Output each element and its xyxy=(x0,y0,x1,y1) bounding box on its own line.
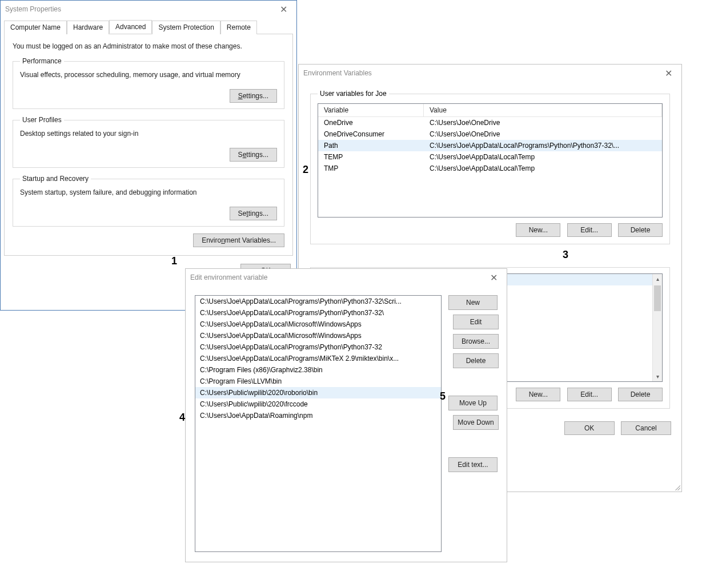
path-entry[interactable]: C:\Users\Joe\AppData\Local\Programs\MiKT… xyxy=(195,353,441,364)
user-edit-button[interactable]: Edit... xyxy=(567,223,612,237)
scroll-down-icon[interactable]: ▾ xyxy=(653,372,662,381)
editenv-moveup-button[interactable]: Move Up xyxy=(448,396,498,410)
user-var-value: C:\Users\Joe\OneDrive xyxy=(424,128,662,140)
user-var-value: C:\Users\Joe\AppData\Local\Temp xyxy=(424,151,662,163)
path-entry[interactable]: C:\Users\Joe\AppData\Roaming\npm xyxy=(195,410,441,421)
scroll-up-icon[interactable]: ▴ xyxy=(653,274,662,284)
user-delete-button[interactable]: Delete xyxy=(618,223,663,237)
user-profiles-settings-button[interactable]: Settings... xyxy=(230,148,277,162)
performance-group: Performance Visual effects, processor sc… xyxy=(13,57,284,109)
user-var-value: C:\Users\Joe\AppData\Local\Programs\Pyth… xyxy=(424,140,662,151)
user-vars-legend: User variables for Joe xyxy=(318,90,389,98)
user-var-name: OneDriveConsumer xyxy=(318,128,424,140)
user-profiles-group: User Profiles Desktop settings related t… xyxy=(13,116,284,168)
user-var-row[interactable]: TEMPC:\Users\Joe\AppData\Local\Temp xyxy=(318,151,662,163)
system-edit-button[interactable]: Edit... xyxy=(567,388,612,401)
annotation-2: 2 xyxy=(303,164,308,176)
user-var-name: TEMP xyxy=(318,151,424,163)
header-value[interactable]: Value xyxy=(424,104,662,117)
performance-settings-label: ettings... xyxy=(243,92,268,100)
envvars-ok-button[interactable]: OK xyxy=(564,421,615,435)
system-delete-button[interactable]: Delete xyxy=(618,388,663,401)
tab-computer-name[interactable]: Computer Name xyxy=(4,21,67,34)
path-list[interactable]: C:\Users\Joe\AppData\Local\Programs\Pyth… xyxy=(195,295,442,552)
path-entry[interactable]: C:\Users\Public\wpilib\2020\roborio\bin xyxy=(195,387,441,398)
startup-recovery-desc: System startup, system failure, and debu… xyxy=(20,188,277,196)
sysprops-titlebar: System Properties ✕ xyxy=(1,1,296,18)
editenv-titlebar: Edit environment variable ✕ xyxy=(186,269,507,286)
envvars-cancel-button[interactable]: Cancel xyxy=(621,421,671,435)
user-var-name: Path xyxy=(318,140,424,151)
scroll-thumb[interactable] xyxy=(654,285,661,311)
system-vars-scrollbar[interactable]: ▴ ▾ xyxy=(652,274,662,381)
sysprops-tabs: Computer Name Hardware Advanced System P… xyxy=(4,20,293,34)
annotation-4: 4 xyxy=(179,412,185,424)
user-var-row[interactable]: OneDriveConsumerC:\Users\Joe\OneDrive xyxy=(318,128,662,140)
path-entry[interactable]: C:\Users\Public\wpilib\2020\frccode xyxy=(195,398,441,410)
editenv-edittext-button[interactable]: Edit text... xyxy=(448,457,498,472)
startup-recovery-group: Startup and Recovery System startup, sys… xyxy=(13,175,284,227)
annotation-5: 5 xyxy=(440,390,446,402)
user-vars-header: Variable Value xyxy=(318,104,662,117)
editenv-title: Edit environment variable xyxy=(190,273,267,281)
user-var-value: C:\Users\Joe\OneDrive xyxy=(424,117,662,128)
performance-legend: Performance xyxy=(20,57,64,65)
path-entry[interactable]: C:\Users\Joe\AppData\Local\Microsoft\Win… xyxy=(195,319,441,330)
envvars-titlebar: Environment Variables ✕ xyxy=(299,65,681,82)
startup-recovery-legend: Startup and Recovery xyxy=(20,175,91,183)
sysprops-title: System Properties xyxy=(5,5,61,13)
user-vars-table[interactable]: Variable Value OneDriveC:\Users\Joe\OneD… xyxy=(318,103,663,218)
close-icon[interactable]: ✕ xyxy=(660,67,677,80)
path-entry[interactable]: C:\Users\Joe\AppData\Local\Programs\Pyth… xyxy=(195,296,441,307)
user-vars-rows: OneDriveC:\Users\Joe\OneDriveOneDriveCon… xyxy=(318,117,662,174)
close-icon[interactable]: ✕ xyxy=(275,3,292,16)
user-vars-group: User variables for Joe Variable Value On… xyxy=(310,90,670,244)
system-new-button[interactable]: New... xyxy=(516,388,560,401)
system-properties-window: System Properties ✕ Computer Name Hardwa… xyxy=(0,0,297,311)
user-var-name: OneDrive xyxy=(318,117,424,128)
tab-hardware[interactable]: Hardware xyxy=(67,21,109,34)
envvars-title: Environment Variables xyxy=(303,69,372,77)
user-new-button[interactable]: New... xyxy=(516,223,560,237)
user-var-name: TMP xyxy=(318,163,424,174)
user-vars-buttons: New... Edit... Delete xyxy=(318,223,663,237)
sysprops-intro: You must be logged on as an Administrato… xyxy=(13,42,284,50)
editenv-edit-button[interactable]: Edit xyxy=(453,315,499,329)
editenv-delete-button[interactable]: Delete xyxy=(453,353,499,368)
editenv-new-button[interactable]: New xyxy=(448,295,498,310)
performance-desc: Visual effects, processor scheduling, me… xyxy=(20,71,277,79)
tab-system-protection[interactable]: System Protection xyxy=(152,21,220,34)
performance-settings-button[interactable]: Settings... xyxy=(230,89,277,103)
path-entry[interactable]: C:\Program Files (x86)\Graphviz2.38\bin xyxy=(195,364,441,376)
path-entry[interactable]: C:\Users\Joe\AppData\Local\Programs\Pyth… xyxy=(195,341,441,353)
editenv-buttons: New Edit Browse... Delete Move Up Move D… xyxy=(448,295,498,552)
close-icon[interactable]: ✕ xyxy=(486,271,502,284)
path-entry[interactable]: C:\Users\Joe\AppData\Local\Programs\Pyth… xyxy=(195,307,441,319)
user-profiles-desc: Desktop settings related to your sign-in xyxy=(20,130,277,138)
tab-advanced[interactable]: Advanced xyxy=(109,20,152,34)
user-profiles-legend: User Profiles xyxy=(20,116,64,124)
startup-recovery-settings-button[interactable]: Settings... xyxy=(230,207,277,220)
edit-env-var-window: Edit environment variable ✕ C:\Users\Joe… xyxy=(185,268,507,562)
editenv-browse-button[interactable]: Browse... xyxy=(453,334,499,349)
user-var-row[interactable]: TMPC:\Users\Joe\AppData\Local\Temp xyxy=(318,163,662,174)
environment-variables-button[interactable]: Environment Variables... xyxy=(193,233,284,247)
editenv-body: C:\Users\Joe\AppData\Local\Programs\Pyth… xyxy=(186,286,507,561)
annotation-3: 3 xyxy=(563,249,568,261)
path-entry[interactable]: C:\Users\Joe\AppData\Local\Microsoft\Win… xyxy=(195,330,441,341)
tab-remote[interactable]: Remote xyxy=(220,21,257,34)
editenv-movedown-button[interactable]: Move Down xyxy=(453,415,499,430)
sysprops-body: You must be logged on as an Administrato… xyxy=(4,34,293,256)
user-var-row[interactable]: OneDriveC:\Users\Joe\OneDrive xyxy=(318,117,662,128)
user-var-value: C:\Users\Joe\AppData\Local\Temp xyxy=(424,163,662,174)
resize-grip-icon[interactable] xyxy=(673,484,680,490)
path-entry[interactable]: C:\Program Files\LLVM\bin xyxy=(195,376,441,387)
header-variable[interactable]: Variable xyxy=(318,104,424,117)
user-var-row[interactable]: PathC:\Users\Joe\AppData\Local\Programs\… xyxy=(318,140,662,151)
annotation-1: 1 xyxy=(171,255,177,267)
